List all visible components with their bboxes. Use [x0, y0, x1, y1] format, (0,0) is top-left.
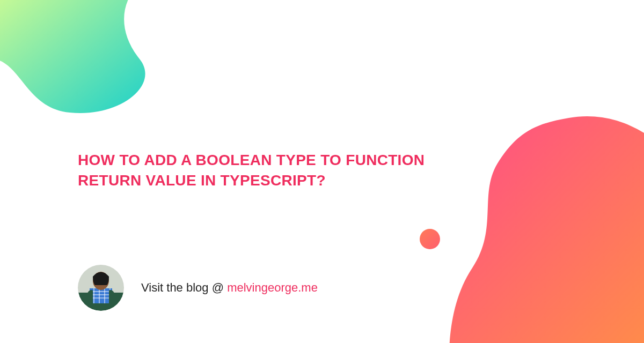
cta-url[interactable]: melvingeorge.me	[227, 281, 318, 294]
author-footer: Visit the blog @ melvingeorge.me	[78, 265, 318, 311]
svg-rect-3	[90, 288, 112, 303]
cta-text: Visit the blog @ melvingeorge.me	[141, 281, 318, 295]
decorative-blob-bottom-right	[408, 86, 644, 343]
decorative-dot	[420, 229, 440, 249]
decorative-blob-top-left	[0, 0, 172, 139]
author-avatar	[78, 265, 124, 311]
cta-prefix: Visit the blog @	[141, 281, 227, 294]
article-headline: HOW TO ADD A BOOLEAN TYPE TO FUNCTION RE…	[78, 150, 453, 191]
